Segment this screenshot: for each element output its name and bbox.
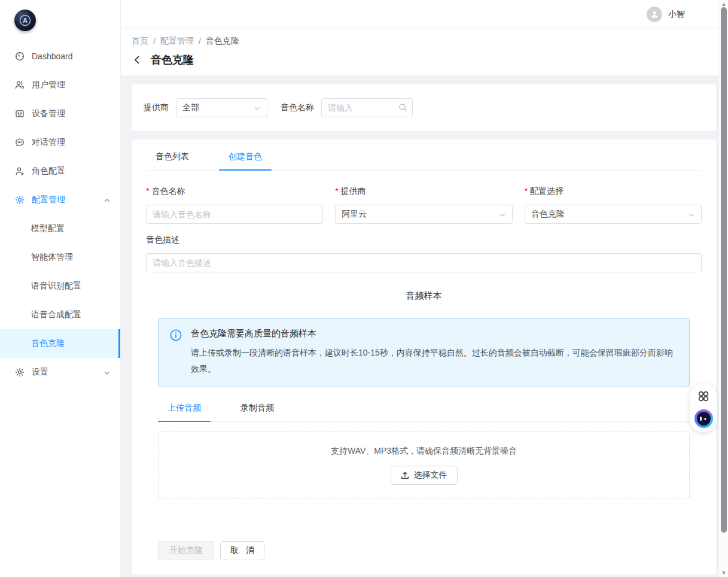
svg-text:A: A xyxy=(23,17,28,24)
sidebar-item-config-management[interactable]: 配置管理 xyxy=(0,186,120,214)
voice-name-input[interactable] xyxy=(146,205,323,224)
sidebar-subitem-asr-config[interactable]: 语音识别配置 xyxy=(0,272,120,300)
submenu-item-label: 语音识别配置 xyxy=(31,281,81,291)
breadcrumb-item-current: 音色克隆 xyxy=(206,36,239,47)
sidebar-subitem-tts-config[interactable]: 语音合成配置 xyxy=(0,300,120,329)
sidebar-subitem-model-config[interactable]: 模型配置 xyxy=(0,214,120,243)
config-select[interactable]: 音色克隆 xyxy=(525,205,702,224)
apps-grid-icon[interactable] xyxy=(696,388,711,404)
choose-file-button[interactable]: 选择文件 xyxy=(391,466,458,485)
scroll-down-arrow-icon[interactable]: ▼ xyxy=(719,569,728,576)
provider-field: *提供商 阿里云 xyxy=(335,186,512,224)
settings-gear-icon xyxy=(15,368,25,377)
avatar xyxy=(647,7,662,22)
assistant-robot-button[interactable]: ◂ xyxy=(695,409,713,428)
user-menu[interactable]: 小智 xyxy=(647,7,685,22)
form-actions: 开始克隆 取 消 xyxy=(158,541,690,560)
breadcrumb-separator: / xyxy=(153,37,156,46)
app-logo: A xyxy=(0,0,120,42)
sidebar-item-label: 角色配置 xyxy=(32,166,111,177)
breadcrumb: 首页 / 配置管理 / 音色克隆 xyxy=(132,36,728,47)
sidebar: A Dashboard 用户管理 设备管理 xyxy=(0,0,121,577)
vertical-scrollbar[interactable]: ▲ ▼ xyxy=(718,0,728,577)
alert-content: 音色克隆需要高质量的音频样本 请上传或录制一段清晰的语音样本，建议时长10-15… xyxy=(191,328,680,378)
sidebar-item-device-management[interactable]: 设备管理 xyxy=(0,99,120,128)
required-mark: * xyxy=(525,186,528,196)
sidebar-item-dashboard[interactable]: Dashboard xyxy=(0,42,120,71)
config-select-field: *配置选择 音色克隆 xyxy=(525,186,702,224)
submenu-item-label: 智能体管理 xyxy=(31,252,73,263)
breadcrumb-item-home[interactable]: 首页 xyxy=(132,36,148,47)
page-title: 音色克隆 xyxy=(151,53,194,67)
search-icon[interactable] xyxy=(398,103,407,112)
submenu-item-label: 模型配置 xyxy=(31,223,65,234)
sidebar-item-label: 设备管理 xyxy=(32,108,111,119)
tab-record-audio[interactable]: 录制音频 xyxy=(231,403,284,421)
required-mark: * xyxy=(146,186,149,196)
provider-select[interactable]: 阿里云 xyxy=(335,205,512,224)
tab-label: 创建音色 xyxy=(229,151,262,161)
logo-circle: A xyxy=(14,10,36,31)
breadcrumb-item-config[interactable]: 配置管理 xyxy=(160,36,194,47)
info-icon xyxy=(169,329,182,342)
content: 提供商 全部 音色名称 xyxy=(121,75,728,577)
breadcrumb-separator: / xyxy=(199,37,201,46)
tab-create-voice[interactable]: 创建音色 xyxy=(219,151,272,170)
chevron-down-icon xyxy=(499,211,506,218)
alert-title: 音色克隆需要高质量的音频样本 xyxy=(191,328,680,339)
audio-sample-divider: 音频样本 xyxy=(146,290,702,302)
provider-filter-select[interactable]: 全部 xyxy=(176,98,267,117)
provider-label: *提供商 xyxy=(335,186,512,197)
submenu-item-label: 语音合成配置 xyxy=(31,309,81,320)
sidebar-subitem-voice-clone[interactable]: 音色克隆 xyxy=(0,329,120,358)
sidebar-item-label: 用户管理 xyxy=(32,80,111,90)
title-row: 音色克隆 xyxy=(132,53,728,67)
sidebar-item-label: 配置管理 xyxy=(32,195,103,205)
voice-name-label: *音色名称 xyxy=(146,186,323,197)
tab-voice-list[interactable]: 音色列表 xyxy=(146,151,199,170)
voice-name-field: *音色名称 xyxy=(146,186,323,224)
create-voice-form: *音色名称 *提供商 阿里云 xyxy=(146,186,702,224)
filter-card: 提供商 全部 音色名称 xyxy=(132,84,716,131)
tab-upload-audio[interactable]: 上传音频 xyxy=(158,403,211,421)
floating-widget: ◂ xyxy=(690,384,717,432)
users-icon xyxy=(15,80,25,90)
logo-a-icon: A xyxy=(19,14,32,27)
audio-sample-title: 音频样本 xyxy=(397,290,452,302)
tab-label: 音色列表 xyxy=(156,151,189,161)
scrollbar-thumb[interactable] xyxy=(721,7,727,533)
config-gear-icon xyxy=(15,195,25,205)
sidebar-item-settings[interactable]: 设置 xyxy=(0,358,120,387)
config-submenu: 模型配置 智能体管理 语音识别配置 语音合成配置 音色克隆 xyxy=(0,214,120,358)
back-button[interactable] xyxy=(132,54,142,65)
description-label: 音色描述 xyxy=(146,235,702,245)
robot-face-icon: ◂ xyxy=(697,412,711,426)
sidebar-subitem-agent-management[interactable]: 智能体管理 xyxy=(0,243,120,272)
upload-dropzone[interactable]: 支持WAV、MP3格式，请确保音频清晰无背景噪音 选择文件 xyxy=(158,432,690,499)
info-alert: 音色克隆需要高质量的音频样本 请上传或录制一段清晰的语音样本，建议时长10-15… xyxy=(158,318,690,387)
tab-label: 录制音频 xyxy=(240,403,274,412)
sidebar-item-user-management[interactable]: 用户管理 xyxy=(0,71,120,99)
person-icon xyxy=(650,10,659,19)
audio-section: 音色克隆需要高质量的音频样本 请上传或录制一段清晰的语音样本，建议时长10-15… xyxy=(146,318,702,560)
voice-clone-card: 音色列表 创建音色 *音色名称 *提供商 xyxy=(132,139,716,575)
sidebar-menu: Dashboard 用户管理 设备管理 对话管理 xyxy=(0,42,120,387)
cancel-button[interactable]: 取 消 xyxy=(220,541,264,560)
upload-hint: 支持WAV、MP3格式，请确保音频清晰无背景噪音 xyxy=(331,446,517,457)
description-input[interactable] xyxy=(146,253,702,272)
sidebar-item-conversation-management[interactable]: 对话管理 xyxy=(0,128,120,157)
user-name: 小智 xyxy=(668,9,685,20)
sidebar-item-role-config[interactable]: 角色配置 xyxy=(0,157,120,186)
chevron-down-icon xyxy=(254,104,261,111)
alert-body: 请上传或录制一段清晰的语音样本，建议时长10-15秒，内容保持平稳自然。过长的音… xyxy=(191,345,680,378)
start-clone-button[interactable]: 开始克隆 xyxy=(158,541,214,560)
provider-filter-value: 全部 xyxy=(182,102,254,113)
topbar: 小智 xyxy=(121,0,728,29)
sidebar-item-label: Dashboard xyxy=(32,51,111,61)
config-value: 音色克隆 xyxy=(531,209,688,220)
label-text: 配置选择 xyxy=(530,186,563,196)
app-root: A Dashboard 用户管理 设备管理 xyxy=(0,0,728,577)
provider-filter-label: 提供商 xyxy=(144,102,169,113)
voice-name-filter-wrap xyxy=(321,98,413,117)
required-mark: * xyxy=(335,186,338,196)
